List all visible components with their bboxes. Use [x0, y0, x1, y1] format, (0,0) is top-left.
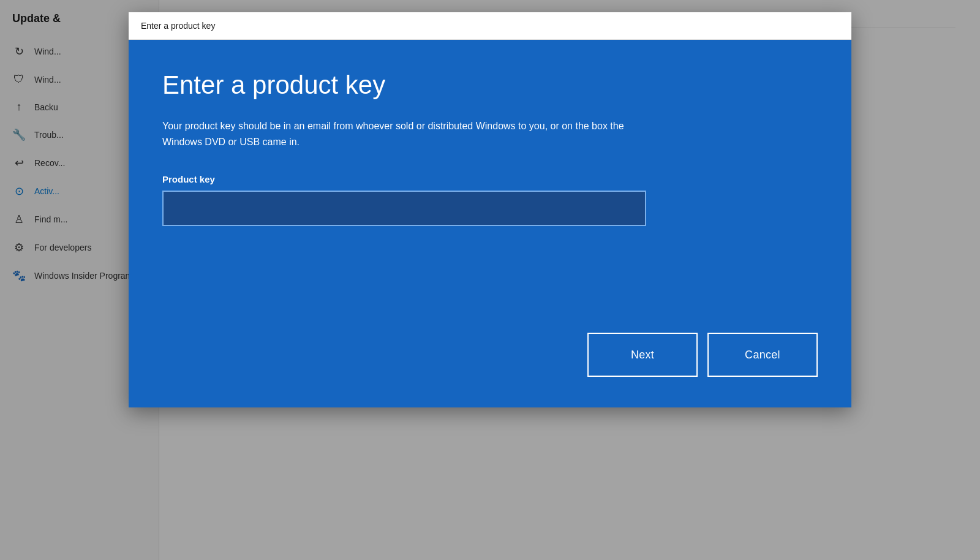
modal-description: Your product key should be in an email f…	[162, 118, 628, 149]
modal-heading: Enter a product key	[162, 70, 818, 100]
modal-overlay: Enter a product key Enter a product key …	[0, 0, 980, 560]
product-key-input[interactable]	[162, 191, 646, 226]
modal-footer: Next Cancel	[587, 333, 818, 377]
next-button[interactable]: Next	[587, 333, 698, 377]
product-key-input-wrapper	[162, 191, 646, 226]
modal-title-bar: Enter a product key	[129, 12, 851, 40]
product-key-dialog: Enter a product key Enter a product key …	[129, 12, 851, 407]
modal-title-text: Enter a product key	[141, 21, 215, 31]
modal-body: Enter a product key Your product key sho…	[129, 40, 851, 407]
product-key-label: Product key	[162, 174, 818, 184]
cancel-button[interactable]: Cancel	[707, 333, 818, 377]
